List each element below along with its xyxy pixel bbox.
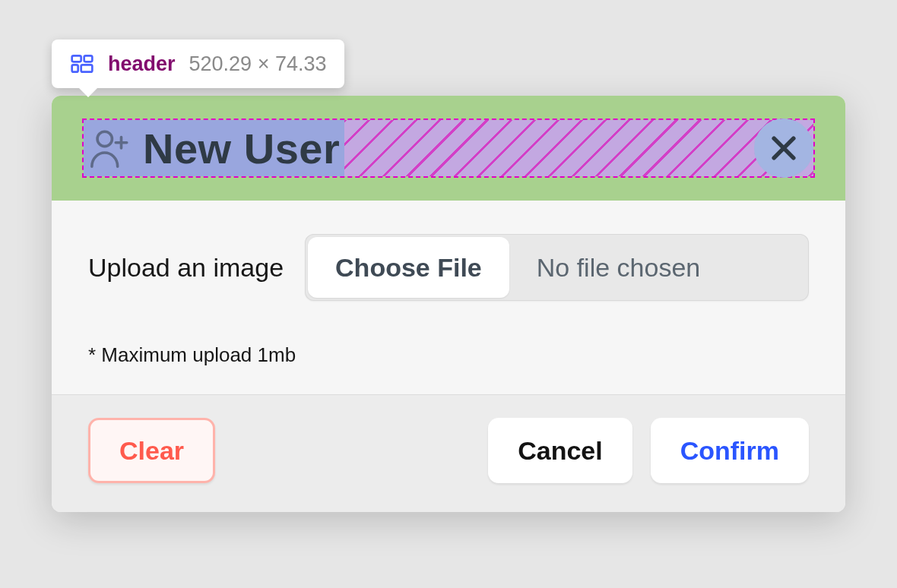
confirm-button[interactable]: Confirm xyxy=(651,418,809,483)
clear-button[interactable]: Clear xyxy=(88,418,215,483)
devtools-element-dims: 520.29 × 74.33 xyxy=(189,54,327,74)
dialog-header-left: New User xyxy=(84,120,344,176)
svg-rect-0 xyxy=(72,55,81,62)
dialog-body: Upload an image Choose File No file chos… xyxy=(52,201,845,394)
svg-rect-3 xyxy=(81,65,93,71)
upload-row: Upload an image Choose File No file chos… xyxy=(88,234,809,301)
close-icon xyxy=(767,131,800,165)
cancel-button[interactable]: Cancel xyxy=(488,418,632,483)
new-user-dialog: New User Upload an image Choose File No … xyxy=(52,96,845,512)
layout-icon xyxy=(70,52,94,76)
dialog-footer: Clear Cancel Confirm xyxy=(52,394,845,512)
choose-file-button[interactable]: Choose File xyxy=(308,237,509,298)
close-button[interactable] xyxy=(754,119,813,178)
dialog-header: New User xyxy=(82,119,815,178)
footer-right-group: Cancel Confirm xyxy=(488,418,809,483)
svg-rect-2 xyxy=(72,65,78,71)
dialog-header-container: New User xyxy=(52,96,845,201)
file-status-text: No file chosen xyxy=(512,234,809,301)
svg-point-4 xyxy=(97,131,112,146)
devtools-element-tag: header xyxy=(108,54,176,74)
file-input[interactable]: Choose File No file chosen xyxy=(305,234,809,301)
upload-label: Upload an image xyxy=(88,253,284,283)
svg-rect-1 xyxy=(84,55,93,62)
upload-hint: * Maximum upload 1mb xyxy=(88,343,809,367)
dialog-title: New User xyxy=(143,124,340,173)
devtools-inspect-tooltip: header 520.29 × 74.33 xyxy=(52,40,344,88)
add-user-icon xyxy=(88,126,132,170)
